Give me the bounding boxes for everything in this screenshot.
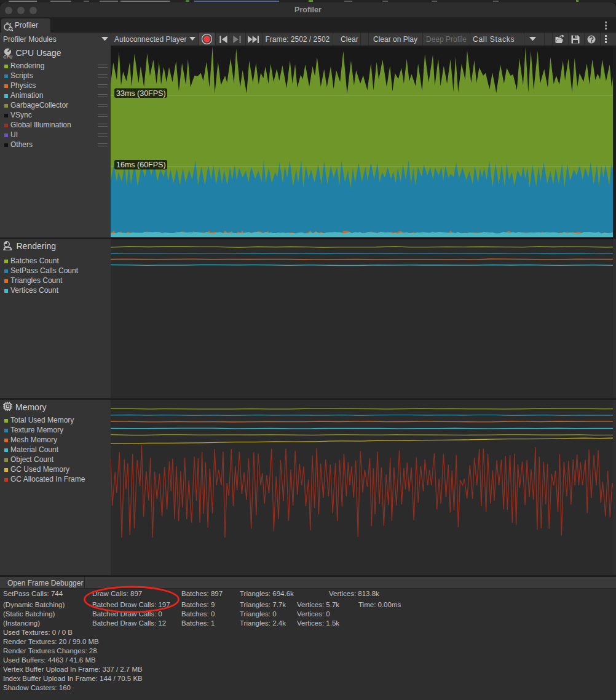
svg-text:16ms (60FPS): 16ms (60FPS) [116, 161, 166, 169]
svg-text:CPU: CPU [4, 55, 13, 59]
svg-text:33ms (30FPS): 33ms (30FPS) [116, 89, 166, 97]
